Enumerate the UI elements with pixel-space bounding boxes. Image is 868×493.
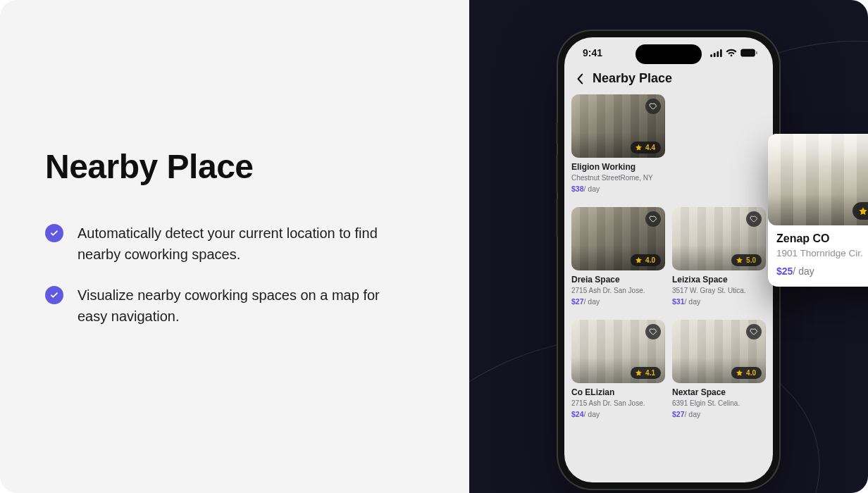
phone-mockup: 9:41 Nearby Place <box>558 31 779 489</box>
svg-rect-3 <box>720 49 722 57</box>
rating-chip: 4.0 <box>731 367 762 379</box>
feature-item: Visualize nearby coworking spaces on a m… <box>45 285 397 327</box>
place-address: 2715 Ash Dr. San Jose. <box>571 287 665 294</box>
place-price: $38/ day <box>571 185 665 193</box>
heart-icon <box>750 327 758 336</box>
heart-icon <box>750 215 758 223</box>
place-price: $31/ day <box>672 297 766 306</box>
rating-value: 5.0 <box>746 256 756 264</box>
place-thumbnail: 4.8 <box>768 134 868 225</box>
place-price: $24/ day <box>571 410 665 418</box>
places-grid: 4.4 Eligion Working Chestnut StreetRome,… <box>564 94 773 418</box>
phone-screen: 9:41 Nearby Place <box>564 37 773 482</box>
heart-icon <box>649 327 657 336</box>
svg-rect-6 <box>756 51 757 54</box>
place-name: Leizixa Space <box>672 275 766 285</box>
svg-rect-5 <box>742 50 754 56</box>
place-card[interactable]: 4.0 Dreia Space 2715 Ash Dr. San Jose. $… <box>571 207 665 306</box>
star-icon <box>858 206 868 216</box>
rating-value: 4.0 <box>746 369 756 377</box>
favorite-button[interactable] <box>645 324 661 339</box>
status-bar: 9:41 <box>564 37 773 68</box>
status-time: 9:41 <box>583 47 602 58</box>
app-title: Nearby Place <box>593 71 672 86</box>
back-button[interactable] <box>576 73 584 85</box>
status-icons <box>710 49 757 57</box>
slide-heading: Nearby Place <box>45 147 397 186</box>
place-address: 6391 Elgin St. Celina. <box>672 399 766 407</box>
rating-chip: 4.0 <box>631 254 661 266</box>
place-card[interactable]: 4.0 Nextar Space 6391 Elgin St. Celina. … <box>672 320 766 418</box>
place-price: $25/ day <box>776 266 868 277</box>
favorite-button[interactable] <box>746 324 762 339</box>
place-name: Co ELizian <box>571 387 665 397</box>
cellular-icon <box>710 49 722 57</box>
rating-chip: 5.0 <box>731 254 762 266</box>
place-name: Nextar Space <box>672 387 766 397</box>
feature-text: Automatically detect your current locati… <box>78 223 388 265</box>
star-icon <box>635 144 643 151</box>
rating-chip: 4.4 <box>631 142 661 154</box>
place-card[interactable]: 5.0 Leizixa Space 3517 W. Gray St. Utica… <box>672 207 766 306</box>
place-thumbnail: 4.1 <box>571 320 665 383</box>
favorite-button[interactable] <box>645 211 661 227</box>
place-card-placeholder <box>672 94 766 193</box>
star-icon <box>736 256 743 264</box>
place-card[interactable]: 4.4 Eligion Working Chestnut StreetRome,… <box>571 94 665 193</box>
rating-chip: 4.1 <box>631 367 661 379</box>
popout-body: Zenap CO 1901 Thornridge Cir. $25/ day <box>768 225 868 287</box>
place-address: 3517 W. Gray St. Utica. <box>672 287 766 294</box>
left-copy-panel: Nearby Place Automatically detect your c… <box>45 0 397 493</box>
rating-chip: 4.8 <box>852 202 868 220</box>
svg-rect-1 <box>714 53 716 57</box>
battery-icon <box>740 49 757 57</box>
rating-value: 4.1 <box>645 369 655 377</box>
featured-place-popout[interactable]: 4.8 Zenap CO 1901 Thornridge Cir. $25/ d… <box>768 134 868 287</box>
heart-icon <box>649 215 657 223</box>
star-icon <box>635 369 643 377</box>
dynamic-island <box>636 44 702 64</box>
favorite-button[interactable] <box>645 99 661 114</box>
feature-item: Automatically detect your current locati… <box>45 223 397 265</box>
showcase-panel: 9:41 Nearby Place <box>469 0 868 493</box>
place-address: 1901 Thornridge Cir. <box>776 248 868 258</box>
feature-text: Visualize nearby coworking spaces on a m… <box>78 285 388 327</box>
place-thumbnail: 4.4 <box>571 94 665 158</box>
place-card[interactable]: 4.1 Co ELizian 2715 Ash Dr. San Jose. $2… <box>571 320 665 418</box>
place-price: $27/ day <box>571 297 665 306</box>
check-icon <box>45 286 63 304</box>
rating-value: 4.4 <box>645 144 655 151</box>
app-header: Nearby Place <box>564 68 773 94</box>
wifi-icon <box>726 49 737 57</box>
place-price: $27/ day <box>672 410 766 418</box>
place-address: 2715 Ash Dr. San Jose. <box>571 399 665 407</box>
check-icon <box>45 224 63 242</box>
heart-icon <box>649 102 657 111</box>
rating-value: 4.0 <box>645 256 655 264</box>
place-name: Eligion Working <box>571 162 665 172</box>
marketing-slide: Nearby Place Automatically detect your c… <box>0 0 868 493</box>
star-icon <box>635 256 643 264</box>
star-icon <box>736 369 743 377</box>
favorite-button[interactable] <box>746 211 762 227</box>
place-thumbnail: 4.0 <box>571 207 665 270</box>
svg-rect-2 <box>717 51 719 56</box>
place-name: Dreia Space <box>571 275 665 285</box>
chevron-left-icon <box>576 73 583 85</box>
place-name: Zenap CO <box>776 232 868 245</box>
svg-rect-0 <box>710 54 712 57</box>
place-thumbnail: 4.0 <box>672 320 766 383</box>
place-thumbnail: 5.0 <box>672 207 766 270</box>
place-address: Chestnut StreetRome, NY <box>571 174 665 182</box>
